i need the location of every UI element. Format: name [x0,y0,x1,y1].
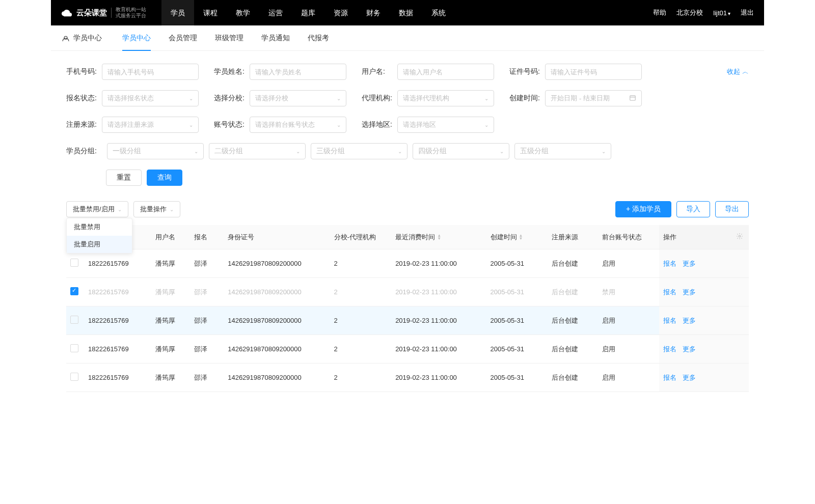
subnav-item-1[interactable]: 会员管理 [169,25,197,51]
export-button[interactable]: 导出 [715,201,749,217]
subnav-item-4[interactable]: 代报考 [308,25,329,51]
cell-enroll: 邵泽 [190,278,224,306]
idcard-input[interactable] [545,64,642,80]
group-select-1[interactable]: 一级分组⌄ [107,143,204,159]
table-row: 18222615769潘筠厚邵泽142629198708092000002201… [66,278,749,306]
more-link[interactable]: 更多 [683,345,696,353]
bulk-disable-item[interactable]: 批量禁用 [67,218,132,236]
gear-icon[interactable] [736,234,743,241]
more-link[interactable]: 更多 [683,317,696,324]
bulk-enable-item[interactable]: 批量启用 [67,236,132,253]
cell-username: 潘筠厚 [151,306,191,335]
enroll-link[interactable]: 报名 [663,288,676,296]
user-menu[interactable]: lijt01 [713,9,730,17]
enroll-link[interactable]: 报名 [663,317,676,324]
cell-enroll: 邵泽 [190,249,224,278]
logout-link[interactable]: 退出 [741,8,754,17]
enroll-link[interactable]: 报名 [663,260,676,267]
cell-status: 禁用 [598,278,660,306]
username-input[interactable] [397,64,494,80]
idcard-label: 证件号码: [509,67,545,76]
col-reg-source: 注册来源 [548,225,598,249]
enroll-link[interactable]: 报名 [663,374,676,381]
cell-username: 潘筠厚 [151,278,191,306]
region-select[interactable]: 请选择地区⌄ [397,117,494,133]
cell-status: 启用 [598,306,660,335]
logo: 云朵课堂 教育机构一站式服务云平台 [61,7,146,19]
bulk-ops-dropdown[interactable]: 批量操作⌄ [133,201,180,217]
cell-phone: 18222615769 [84,335,151,363]
col-ops: 操作 [659,225,732,249]
filter-form: 手机号码: 学员姓名: 用户名: 证件号码: 收起 ︿ 报名状态: 请选择报名状… [51,51,764,193]
group-select-5[interactable]: 五级分组⌄ [514,143,611,159]
nav-item-7[interactable]: 数据 [390,0,422,25]
chevron-down-icon: ⌄ [398,149,402,154]
chevron-down-icon: ⌄ [484,122,488,128]
reset-button[interactable]: 重置 [106,170,142,186]
more-link[interactable]: 更多 [683,374,696,381]
subnav-item-3[interactable]: 学员通知 [261,25,290,51]
cell-username: 潘筠厚 [151,363,191,392]
row-checkbox[interactable] [70,373,78,381]
row-checkbox[interactable] [70,287,78,295]
search-button[interactable]: 查询 [147,170,182,186]
subnav-item-0[interactable]: 学员中心 [122,25,151,51]
bulk-toggle-dropdown[interactable]: 批量禁用/启用⌄ [66,201,128,217]
cell-branch: 2 [330,278,392,306]
row-checkbox[interactable] [70,259,78,267]
cell-phone: 18222615769 [84,278,151,306]
table-row: 18222615769潘筠厚邵泽142629198708092000002201… [66,363,749,392]
region-label: 选择地区: [362,120,397,129]
enroll-status-select[interactable]: 请选择报名状态⌄ [102,90,199,106]
group-select-3[interactable]: 三级分组⌄ [311,143,408,159]
account-status-label: 账号状态: [214,120,250,129]
col-last-consume[interactable]: 最近消费时间▲▼ [391,225,486,249]
sort-icon: ▲▼ [437,234,441,240]
branch-select[interactable]: 请选择分校⌄ [250,90,346,106]
svg-point-2 [739,235,741,237]
branch-link[interactable]: 北京分校 [676,8,703,17]
nav-item-0[interactable]: 学员 [161,0,194,25]
logo-subtitle: 教育机构一站式服务云平台 [116,7,146,19]
agency-select[interactable]: 请选择代理机构⌄ [397,90,494,106]
row-checkbox[interactable] [70,316,78,324]
enroll-link[interactable]: 报名 [663,345,676,353]
chevron-up-icon: ︿ [742,67,749,76]
reg-source-label: 注册来源: [66,120,102,129]
account-status-select[interactable]: 请选择前台账号状态⌄ [250,117,346,133]
help-link[interactable]: 帮助 [653,8,666,17]
add-student-button[interactable]: + 添加学员 [615,201,671,217]
nav-item-5[interactable]: 资源 [324,0,357,25]
subnav-item-2[interactable]: 班级管理 [215,25,243,51]
cell-last-consume: 2019-02-23 11:00:00 [391,306,486,335]
chevron-down-icon: ⌄ [484,96,488,101]
import-button[interactable]: 导入 [676,201,710,217]
phone-input[interactable] [102,64,199,80]
cell-enroll: 邵泽 [190,363,224,392]
logo-text: 云朵课堂 [76,8,107,18]
cell-status: 启用 [598,335,660,363]
nav-item-3[interactable]: 运营 [259,0,292,25]
agency-label: 代理机构: [362,94,397,103]
col-create-time[interactable]: 创建时间▲▼ [486,225,548,249]
chevron-down-icon: ⌄ [189,122,193,128]
group-select-4[interactable]: 四级分组⌄ [413,143,509,159]
name-input[interactable] [250,64,346,80]
nav-item-8[interactable]: 系统 [422,0,455,25]
student-table: 用户名 报名 身份证号 分校-代理机构 最近消费时间▲▼ 创建时间▲▼ 注册来源… [51,225,764,392]
nav-item-4[interactable]: 题库 [292,0,324,25]
cell-enroll: 邵泽 [190,306,224,335]
cell-create-time: 2005-05-31 [486,249,548,278]
chevron-down-icon: ⌄ [602,149,606,154]
row-checkbox[interactable] [70,344,78,352]
more-link[interactable]: 更多 [683,288,696,296]
create-time-range[interactable]: 开始日期 - 结束日期 [545,90,642,106]
nav-item-6[interactable]: 财务 [357,0,390,25]
group-select-2[interactable]: 二级分组⌄ [209,143,306,159]
nav-item-1[interactable]: 课程 [194,0,227,25]
reg-source-select[interactable]: 请选择注册来源⌄ [102,117,199,133]
more-link[interactable]: 更多 [683,260,696,267]
nav-item-2[interactable]: 教学 [227,0,259,25]
collapse-link[interactable]: 收起 ︿ [727,67,749,76]
page-title: 学员中心 [61,34,102,43]
